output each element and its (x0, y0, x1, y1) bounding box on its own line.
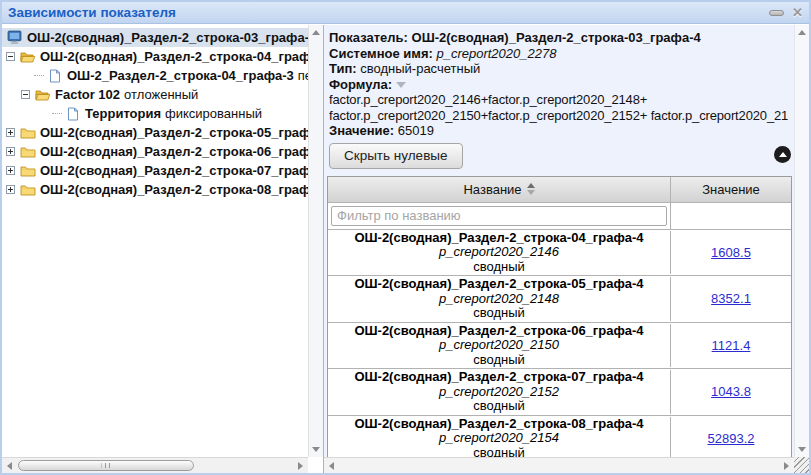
tree-item-label: ОШ-2(сводная)_Раздел-2_строка-03_графа-4 (27, 30, 308, 45)
type-value: сводный-расчетный (360, 61, 480, 76)
expand-toggle-icon[interactable] (6, 166, 15, 175)
close-icon[interactable]: ✕ (792, 6, 803, 19)
tree-horizontal-scrollbar[interactable] (2, 457, 308, 473)
expand-toggle-icon[interactable] (6, 185, 15, 194)
folder-closed-icon (19, 163, 36, 178)
tree-item[interactable]: Территория фиксированный (2, 104, 308, 123)
scroll-up-icon[interactable] (798, 30, 806, 35)
tree-panel: ОШ-2(сводная)_Раздел-2_строка-03_графа-4… (2, 25, 324, 473)
dep-kind: сводный (473, 306, 525, 321)
formula-label: Формула: (329, 77, 392, 92)
sort-icon[interactable] (527, 183, 535, 195)
tree-item-label: ОШ-2(сводная)_Раздел-2_строка-08_графа-4 (40, 182, 308, 197)
collapse-panel-icon[interactable] (774, 146, 791, 163)
collapse-toggle-icon[interactable] (6, 52, 15, 61)
folder-closed-icon (19, 125, 36, 140)
dep-system-name: p_creport2020_2152 (439, 385, 559, 400)
dep-kind: сводный (473, 353, 525, 368)
scroll-right-icon[interactable] (784, 462, 789, 470)
table-row: ОШ-2(сводная)_Раздел-2_строка-07_графа-4… (328, 369, 791, 416)
dep-name: ОШ-2(сводная)_Раздел-2_строка-04_графа-4 (354, 231, 643, 246)
details-vertical-scrollbar[interactable] (794, 25, 809, 457)
formula-text-line1: factor.p_creport2020_2146+factor.p_crepo… (329, 92, 788, 108)
scrollbar-thumb[interactable] (18, 460, 194, 471)
window-title: Зависимости показателя (8, 5, 769, 20)
expand-toggle-icon[interactable] (6, 128, 15, 137)
tree-item-root[interactable]: ОШ-2(сводная)_Раздел-2_строка-03_графа-4… (2, 28, 308, 47)
scroll-down-icon[interactable] (798, 447, 806, 452)
formula-text-line2: factor.p_creport2020_2150+factor.p_crepo… (329, 108, 788, 124)
dep-name: ОШ-2(сводная)_Раздел-2_строка-06_графа-4 (354, 324, 643, 339)
collapse-toggle-icon[interactable] (21, 90, 30, 99)
table-toolbar: Скрыть нулевые (324, 142, 794, 174)
folder-closed-icon (19, 144, 36, 159)
indicator-details: Показатель: ОШ-2(сводная)_Раздел-2_строк… (324, 25, 794, 139)
system-name-label: Системное имя: (329, 46, 433, 61)
dep-value-link[interactable]: 1608.5 (711, 245, 751, 260)
table-row: ОШ-2(сводная)_Раздел-2_строка-05_графа-4… (328, 276, 791, 323)
scroll-right-icon[interactable] (298, 462, 303, 470)
table-header-row: Название Значение (328, 177, 791, 203)
tree-item[interactable]: ОШ-2(сводная)_Раздел-2_строка-08_графа-4 (2, 180, 308, 199)
indicator-value: ОШ-2(сводная)_Раздел-2_строка-03_графа-4 (412, 30, 701, 45)
formula-expand-icon[interactable] (396, 82, 406, 88)
table-row: ОШ-2(сводная)_Раздел-2_строка-08_графа-4… (328, 416, 791, 458)
dep-system-name: p_creport2020_2150 (439, 338, 559, 353)
tree-item[interactable]: ОШ-2(сводная)_Раздел-2_строка-04_графа-4 (2, 47, 308, 66)
tree-item[interactable]: ОШ-2_Раздел-2_строка-04_графа-3 перви (2, 66, 308, 85)
scroll-left-icon[interactable] (329, 462, 334, 470)
filter-row (328, 203, 791, 230)
dep-value-link[interactable]: 1043.8 (711, 384, 751, 399)
dep-name: ОШ-2(сводная)_Раздел-2_строка-08_графа-4 (354, 417, 643, 432)
dep-kind: сводный (473, 260, 525, 275)
tree-item-label: Территория (85, 106, 161, 121)
computer-icon (6, 30, 23, 45)
dependencies-window: Зависимости показателя ✕ ОШ-2(сводная)_Р… (0, 0, 811, 475)
dep-value-link[interactable]: 1121.4 (712, 338, 751, 353)
scroll-up-icon[interactable] (312, 30, 320, 35)
title-bar: Зависимости показателя ✕ (2, 2, 809, 24)
folder-closed-icon (19, 182, 36, 197)
dep-value-link[interactable]: 52893.2 (708, 431, 755, 446)
dep-kind: сводный (473, 399, 525, 414)
dep-name: ОШ-2(сводная)_Раздел-2_строка-07_графа-4 (354, 370, 643, 385)
document-icon (64, 106, 81, 121)
tree-item-label: ОШ-2_Раздел-2_строка-04_графа-3 (67, 68, 294, 83)
scroll-left-icon[interactable] (7, 462, 12, 470)
value-value: 65019 (398, 123, 434, 138)
name-filter-input[interactable] (331, 206, 667, 226)
scroll-down-icon[interactable] (312, 447, 320, 452)
dep-kind: сводный (473, 446, 525, 458)
table-row: ОШ-2(сводная)_Раздел-2_строка-04_графа-4… (328, 230, 791, 277)
indicator-label: Показатель: (329, 30, 408, 45)
dep-system-name: p_creport2020_2146 (439, 245, 559, 260)
tree-item[interactable]: ОШ-2(сводная)_Раздел-2_строка-06_графа-4 (2, 142, 308, 161)
resize-grip-icon[interactable] (794, 457, 809, 473)
dep-value-link[interactable]: 8352.1 (711, 291, 751, 306)
column-header-name[interactable]: Название (328, 177, 671, 202)
tree-item-label: ОШ-2(сводная)_Раздел-2_строка-07_графа-4 (40, 163, 308, 178)
tree-connector (34, 75, 44, 76)
minimize-icon[interactable] (769, 10, 784, 16)
document-icon (46, 68, 63, 83)
type-label: Тип: (329, 61, 357, 76)
tree-vertical-scrollbar[interactable] (308, 25, 323, 457)
dep-name: ОШ-2(сводная)_Раздел-2_строка-05_графа-4 (354, 277, 643, 292)
tree-item[interactable]: Factor 102 отложенный (2, 85, 308, 104)
dep-system-name: p_creport2020_2154 (439, 431, 559, 446)
details-panel: Показатель: ОШ-2(сводная)_Раздел-2_строк… (324, 25, 809, 473)
dependency-tree: ОШ-2(сводная)_Раздел-2_строка-03_графа-4… (2, 25, 308, 457)
tree-item-label: ОШ-2(сводная)_Раздел-2_строка-05_графа-4 (40, 125, 308, 140)
details-horizontal-scrollbar[interactable] (324, 457, 794, 473)
folder-open-icon (34, 87, 51, 102)
hide-zeros-button[interactable]: Скрыть нулевые (329, 143, 463, 169)
system-name-value: p_creport2020_2278 (436, 46, 556, 61)
tree-item[interactable]: ОШ-2(сводная)_Раздел-2_строка-05_графа-4 (2, 123, 308, 142)
expand-toggle-icon[interactable] (6, 147, 15, 156)
folder-open-icon (19, 49, 36, 64)
tree-item-label: ОШ-2(сводная)_Раздел-2_строка-06_графа-4 (40, 144, 308, 159)
table-row: ОШ-2(сводная)_Раздел-2_строка-06_графа-4… (328, 323, 791, 370)
tree-item[interactable]: ОШ-2(сводная)_Раздел-2_строка-07_графа-4 (2, 161, 308, 180)
tree-item-label: Factor 102 (55, 87, 120, 102)
column-header-value[interactable]: Значение (671, 177, 791, 202)
